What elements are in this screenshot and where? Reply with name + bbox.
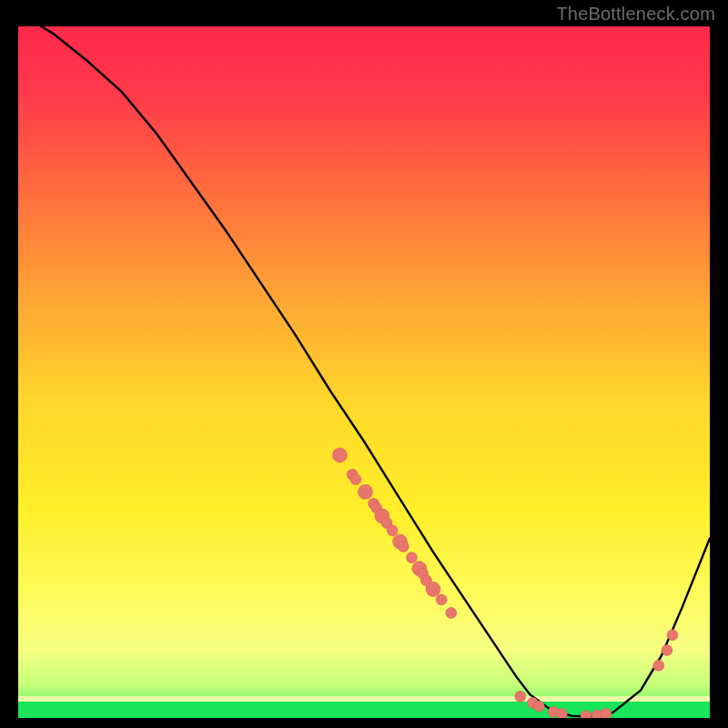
curve-marker <box>350 474 361 485</box>
curve-marker <box>581 711 592 718</box>
curve-marker <box>601 708 612 718</box>
curve-marker <box>387 525 398 536</box>
curve-marker <box>515 691 526 702</box>
curve-marker <box>359 485 373 500</box>
curve-marker <box>398 541 409 552</box>
bottleneck-curve <box>18 26 710 717</box>
stage: TheBottleneck.com <box>0 0 728 728</box>
curve-marker <box>436 594 447 605</box>
curve-marker <box>446 608 457 619</box>
curve-marker <box>426 582 440 597</box>
watermark-text: TheBottleneck.com <box>556 4 715 25</box>
curve-marker <box>667 630 678 641</box>
curve-marker <box>406 552 417 563</box>
curve-marker <box>332 448 347 462</box>
curve-marker <box>653 660 664 671</box>
curve-layer <box>18 26 710 718</box>
curve-marker <box>556 708 567 718</box>
plot-area <box>18 26 710 718</box>
curve-marker <box>533 701 544 712</box>
marker-layer <box>332 448 678 718</box>
curve-marker <box>662 645 672 656</box>
